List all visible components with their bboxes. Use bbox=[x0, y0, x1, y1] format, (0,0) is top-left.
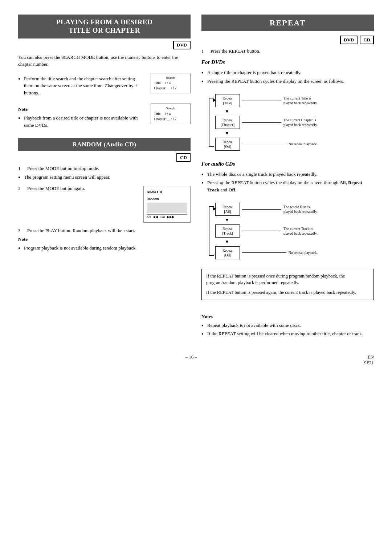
random-step-2-num: 2 bbox=[18, 186, 27, 191]
search-screen-box-1: Search Title 1 / 4 Chapter:__ / 17 bbox=[151, 73, 191, 94]
audio-cd-diag-set: Set bbox=[147, 215, 151, 220]
dvd-cycle-bracket bbox=[209, 98, 214, 147]
random-step-2-row: 2 Press the MODE button again. Audio CD … bbox=[18, 184, 191, 225]
random-note-bullets: Program playback is not available during… bbox=[18, 244, 191, 252]
audio-cd-random-diagram: Audio CD Random Set ◀◀ Exit ▶▶▶ bbox=[136, 184, 191, 225]
audio-bullet-2: Pressing the REPEAT button cycles the di… bbox=[201, 179, 374, 193]
info-box-line1: If the REPEAT button is pressed once dur… bbox=[206, 273, 369, 287]
section-title-line2: TITLE OR CHAPTER bbox=[69, 27, 140, 34]
repeat-step-1-text: Press the REPEAT button. bbox=[211, 48, 260, 54]
right-column: REPEAT DVD CD 1 Press the REPEAT button.… bbox=[201, 15, 374, 340]
random-step-3-num: 3 bbox=[18, 228, 27, 234]
random-step-3-line: 3 Press the PLAY button. Random playback… bbox=[18, 228, 191, 234]
note-content: Note Playback from a desired title or ch… bbox=[18, 104, 143, 131]
dvd-arrow-line-2 bbox=[242, 122, 281, 123]
search-title-2: Search bbox=[154, 106, 187, 111]
dvds-bullet-2: Pressing the REPEAT button cycles the di… bbox=[201, 78, 374, 85]
audio-cd-diag-exit: Exit bbox=[160, 215, 165, 220]
info-box-line2: If the REPEAT button is pressed again, t… bbox=[206, 289, 369, 296]
audio-cd-diag-rew: ◀◀ bbox=[153, 215, 158, 220]
random-step-1-num: 1 bbox=[18, 166, 27, 171]
notes-bullet-2: If the REPEAT setting will be cleared wh… bbox=[201, 330, 374, 337]
dvds-bullet-1: A single title or chapter is played back… bbox=[201, 69, 374, 76]
page-number: – 16 – bbox=[185, 354, 197, 366]
audio-cd-diag-subtitle: Random bbox=[147, 196, 187, 202]
random-step-1-text: Press the MODE button in stop mode. bbox=[27, 166, 99, 171]
random-step-2-content: 2 Press the MODE button again. bbox=[18, 184, 132, 193]
dvd-badge-row: DVD bbox=[18, 39, 191, 49]
dvd-repeat-row-3: Repeat[Off] No repeat playback. bbox=[215, 138, 318, 151]
audio-cd-diagram-box: Audio CD Random Set ◀◀ Exit ▶▶▶ bbox=[143, 186, 191, 223]
random-note-bullet-1: Program playback is not available during… bbox=[18, 244, 191, 252]
audio-repeat-desc-1: The whole Disc isplayed back repeatedly. bbox=[283, 204, 318, 214]
audio-arrow-line-3 bbox=[242, 252, 286, 253]
audio-cd-diag-blank bbox=[147, 203, 187, 213]
intro-text: You can also press the SEARCH MODE butto… bbox=[18, 54, 191, 68]
section-title-line1: PLAYING FROM A DESIRED bbox=[56, 18, 152, 26]
search-title-val-2: Title 1 / 4 bbox=[154, 112, 187, 117]
dvd-bracket-arrow-top: ▶ bbox=[213, 98, 216, 102]
audio-repeat-desc-2: The current Track isplayed back repeated… bbox=[283, 226, 318, 236]
footer-code: EN 9F21 bbox=[364, 354, 374, 366]
audio-repeat-box-off: Repeat[Off] bbox=[215, 246, 240, 259]
notes-section: Notes Repeat playback is not available w… bbox=[201, 311, 374, 340]
notes-bullets-list: Repeat playback is not available with so… bbox=[201, 322, 374, 337]
audio-repeat-box-all: Repeat[All] bbox=[215, 203, 240, 216]
notes-bullet-1: Repeat playback is not available with so… bbox=[201, 322, 374, 329]
random-section-header: RANDOM (Audio CD) bbox=[18, 138, 191, 151]
audio-repeat-inner: ▶ Repeat[All] The whole Disc isplayed ba… bbox=[209, 203, 318, 259]
page-footer: – 16 – EN 9F21 bbox=[18, 354, 374, 366]
dvd-repeat-row-2: Repeat[Chapter] The current Chapter ispl… bbox=[215, 116, 318, 129]
dvd-cd-badge-row: DVD CD bbox=[201, 33, 374, 44]
repeat-cd-badge: CD bbox=[360, 36, 374, 44]
random-section: RANDOM (Audio CD) CD 1 Press the MODE bu… bbox=[18, 138, 191, 254]
random-section-title: RANDOM (Audio CD) bbox=[73, 141, 136, 148]
audio-bullet-1: The whole disc or a single track is play… bbox=[201, 171, 374, 178]
cd-badge: CD bbox=[176, 153, 191, 162]
random-note-section: Note Program playback is not available d… bbox=[18, 236, 191, 252]
cd-badge-row: CD bbox=[18, 151, 191, 162]
for-audio-cds-header: For audio CDs bbox=[201, 161, 374, 167]
audio-bracket-arrow-top: ▶ bbox=[213, 206, 216, 211]
random-step-2-text: Press the MODE button again. bbox=[27, 186, 85, 191]
dvd-repeat-row-1: Repeat[Title] The current Title isplayed… bbox=[215, 94, 318, 107]
audio-repeat-desc-3: No repeat playback. bbox=[289, 250, 318, 255]
audio-cd-diag-fwd: ▶▶▶ bbox=[167, 215, 175, 220]
random-note-label: Note bbox=[18, 236, 191, 242]
repeat-step-1: 1 Press the REPEAT button. bbox=[201, 48, 374, 54]
search-chapter-val-2: Chapter:__ / 17 bbox=[154, 117, 187, 122]
audio-repeat-box-track: Repeat[Track] bbox=[215, 224, 240, 238]
repeat-step-1-num: 1 bbox=[201, 48, 211, 54]
left-column: PLAYING FROM A DESIRED TITLE OR CHAPTER … bbox=[18, 15, 191, 340]
repeat-section-header: REPEAT bbox=[201, 15, 374, 31]
bullet-content: Perform the title search and the chapter… bbox=[18, 73, 143, 99]
dvd-down-arrow-1: ▼ bbox=[225, 109, 318, 114]
info-box: If the REPEAT button is pressed once dur… bbox=[201, 269, 374, 300]
random-step-1-block: 1 Press the MODE button in stop mode. Th… bbox=[18, 166, 191, 181]
random-step-3-text: Press the PLAY button. Random playback w… bbox=[27, 228, 135, 234]
audio-cd-diag-title: Audio CD bbox=[147, 189, 187, 195]
random-step-2-line: 2 Press the MODE button again. bbox=[18, 186, 132, 191]
audio-arrow-line-1 bbox=[242, 209, 281, 210]
note-bullets-1: Playback from a desired title or chapter… bbox=[18, 114, 143, 129]
dvds-bullets-list: A single title or chapter is played back… bbox=[201, 69, 374, 86]
dvd-repeat-box-chapter: Repeat[Chapter] bbox=[215, 116, 240, 129]
note-section-1: Note Playback from a desired title or ch… bbox=[18, 104, 191, 131]
audio-cycle-bracket bbox=[209, 206, 214, 255]
audio-repeat-row-1: Repeat[All] The whole Disc isplayed back… bbox=[215, 203, 318, 216]
note-bullet-1: Playback from a desired title or chapter… bbox=[18, 114, 143, 129]
bullet-item-1: Perform the title search and the chapter… bbox=[18, 75, 143, 97]
random-step-1-line: 1 Press the MODE button in stop mode. bbox=[18, 166, 191, 171]
audio-repeat-diagram: ▶ Repeat[All] The whole Disc isplayed ba… bbox=[209, 200, 318, 261]
repeat-title: REPEAT bbox=[270, 18, 306, 27]
notes-label: Notes bbox=[201, 314, 374, 320]
dvd-badge: DVD bbox=[173, 41, 191, 49]
search-screen-diagram-2: Search Title 1 / 4 Chapter:__ / 17 bbox=[147, 104, 191, 124]
search-chapter-val-1: Chapter:__ / 17 bbox=[154, 86, 187, 91]
search-screen-diagram-1: Search Title 1 / 4 Chapter:__ / 17 bbox=[147, 73, 191, 94]
dvd-down-arrow-2: ▼ bbox=[225, 131, 318, 135]
audio-repeat-row-2: Repeat[Track] The current Track isplayed… bbox=[215, 224, 318, 238]
dvd-repeat-desc-2: The current Chapter isplayed back repeat… bbox=[283, 118, 318, 127]
dvd-repeat-desc-1: The current Title isplayed back repeated… bbox=[283, 96, 318, 105]
search-title-val-1: Title 1 / 4 bbox=[154, 81, 187, 86]
